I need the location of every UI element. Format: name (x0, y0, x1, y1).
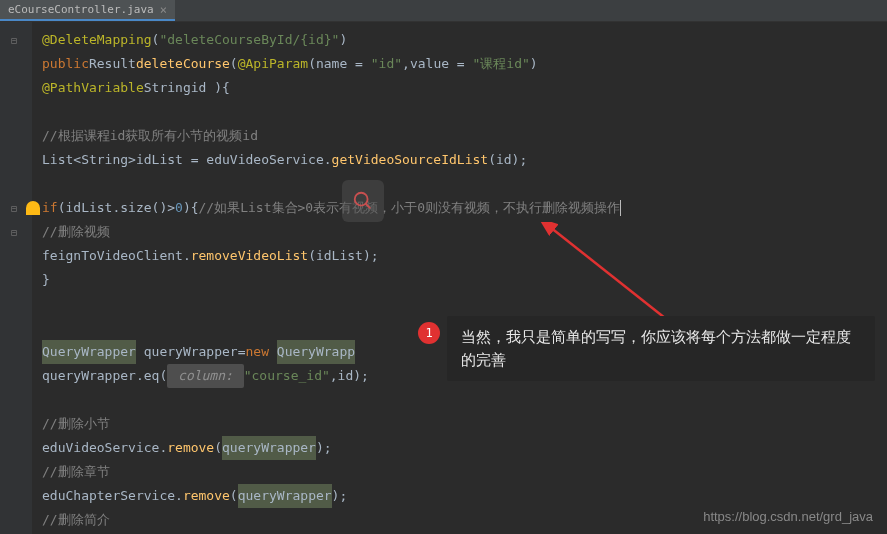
svg-point-0 (355, 193, 368, 206)
code-line: if(idList.size()>0){//如果List集合>0表示有视频，小于… (42, 196, 887, 220)
code-line: //删除章节 (42, 460, 887, 484)
callout-badge: 1 (418, 322, 440, 344)
code-line: List<String> idList = eduVideoService.ge… (42, 148, 887, 172)
code-line: eduVideoService.remove(queryWrapper); (42, 436, 887, 460)
fold-icon[interactable]: ⊟ (11, 35, 21, 45)
code-line (42, 292, 887, 316)
code-line: eduChapterService.remove(queryWrapper); (42, 484, 887, 508)
code-line: //删除小节 (42, 412, 887, 436)
tab-filename: eCourseController.java (8, 3, 154, 16)
search-overlay[interactable] (342, 180, 384, 222)
text-cursor (620, 200, 621, 216)
code-area[interactable]: @DeleteMapping("deleteCourseById/{id}") … (32, 22, 887, 534)
tab-bar: eCourseController.java × (0, 0, 887, 22)
editor: ⊟ ⊟ ⊟ @DeleteMapping("deleteCourseById/{… (0, 22, 887, 534)
code-line: feignToVideoClient.removeVideoList(idLis… (42, 244, 887, 268)
code-line (42, 172, 887, 196)
code-line: @PathVariable String id ){ (42, 76, 887, 100)
fold-icon[interactable]: ⊟ (11, 203, 21, 213)
svg-line-1 (366, 204, 371, 209)
callout-box: 当然，我只是简单的写写，你应该将每个方法都做一定程度的完善 (447, 316, 875, 381)
param-hint: column: (167, 364, 243, 388)
file-tab[interactable]: eCourseController.java × (0, 0, 175, 21)
close-icon[interactable]: × (160, 3, 167, 17)
gutter: ⊟ ⊟ ⊟ (0, 22, 32, 534)
code-line: } (42, 268, 887, 292)
code-line: @DeleteMapping("deleteCourseById/{id}") (42, 28, 887, 52)
code-line: public Result deleteCourse(@ApiParam(nam… (42, 52, 887, 76)
code-line (42, 100, 887, 124)
code-line (42, 388, 887, 412)
watermark: https://blog.csdn.net/grd_java (703, 509, 873, 524)
code-line: //根据课程id获取所有小节的视频id (42, 124, 887, 148)
fold-icon[interactable]: ⊟ (11, 227, 21, 237)
code-line: //删除视频 (42, 220, 887, 244)
search-icon (352, 190, 374, 212)
